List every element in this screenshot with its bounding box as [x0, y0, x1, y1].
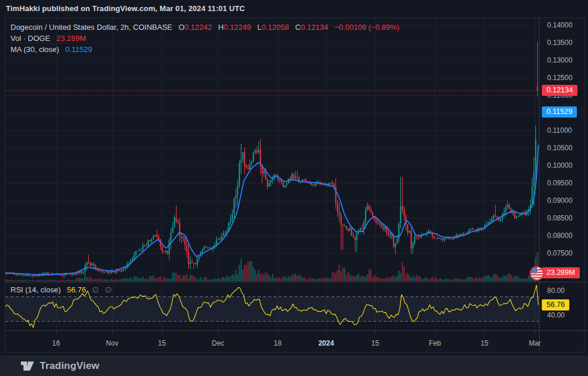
ohlc-high-value: 0.12249 [224, 23, 251, 32]
candles [6, 42, 538, 278]
ma-value: 0.11529 [65, 45, 92, 54]
ma-label: MA (30, close) [11, 45, 59, 54]
price-axis-tick: 80.00 [547, 286, 565, 295]
ohlc-high-key: H [218, 23, 223, 32]
price-axis-tick: 0.08000 [547, 231, 572, 240]
price-axis-tick: 0.13500 [547, 38, 572, 47]
volume-legend-row[interactable]: Vol · DOGE 23.289M [11, 33, 399, 44]
ohlc-close-value: 0.12134 [300, 23, 328, 32]
ohlc-close-key: C [295, 23, 300, 32]
time-axis-tick: 18 [274, 339, 281, 347]
price-axis-tick: 0.09500 [547, 178, 572, 188]
price-axis-tick: 0.08500 [547, 213, 572, 223]
time-axis-tick: 2024 [319, 339, 334, 347]
footer-bar: TradingView [0, 356, 588, 376]
price-axis-tick: 0.14000 [547, 20, 572, 30]
rsi-value-label: 56.76 [542, 299, 569, 311]
tradingview-snapshot: TimHakki published on TradingView.com, M… [0, 0, 588, 376]
time-axis-tick: 15 [480, 339, 488, 347]
price-change: −0.00109 (−0.89%) [334, 23, 399, 32]
ma-line [5, 145, 538, 275]
rsi-label: RSI (14, close) [11, 285, 61, 294]
price-axis-tick: 0.11000 [547, 126, 572, 135]
price-axis-tick: 0.10500 [547, 143, 572, 153]
rsi-empty-marker-2: ∅ [105, 285, 112, 294]
price-axis-tick: 0.13000 [547, 56, 572, 65]
time-axis-tick: Dec [212, 339, 224, 347]
ohlc-low-value: 0.12058 [261, 23, 289, 32]
last-price-label: 0.12134 [542, 85, 577, 96]
tradingview-logo-icon [20, 360, 34, 372]
ohlc-open-key: O [178, 23, 184, 32]
volume-label: Vol · DOGE [11, 34, 50, 43]
symbol-legend-row-main[interactable]: Dogecoin / United States Dollar, 2h, COI… [11, 22, 399, 33]
volume-value-label: 23.289M [542, 267, 580, 278]
time-axis-tick: Feb [429, 339, 441, 347]
usd-flag-icon [529, 265, 545, 281]
price-axis-tick: 0.12500 [547, 73, 572, 82]
symbol-title[interactable]: Dogecoin / United States Dollar, 2h, COI… [11, 23, 172, 32]
volume-value: 23.289M [57, 34, 87, 43]
price-axis-tick: 40.00 [547, 311, 565, 320]
time-axis-tick: Nov [106, 339, 118, 347]
rsi-legend[interactable]: RSI (14, close) 56.76 ∅ ∅ [11, 285, 112, 294]
price-chart-canvas[interactable] [0, 0, 588, 376]
rsi-empty-marker-1: ∅ [92, 285, 99, 294]
ohlc-open-value: 0.12242 [185, 23, 212, 32]
rsi-value: 56.76 [67, 285, 87, 294]
time-axis-tick: 15 [158, 339, 165, 347]
footer-brand-text[interactable]: TradingView [40, 360, 99, 372]
time-axis-tick: 16 [52, 339, 60, 347]
ma-value-label: 0.11529 [542, 106, 577, 118]
price-axis-tick: 0.07500 [547, 249, 572, 258]
ma-legend-row[interactable]: MA (30, close) 0.11529 [11, 44, 399, 55]
symbol-legend: Dogecoin / United States Dollar, 2h, COI… [11, 22, 399, 55]
time-axis-tick: 15 [371, 339, 379, 347]
price-axis-tick: 0.09000 [547, 196, 572, 205]
price-axis-tick: 0.10000 [547, 161, 572, 170]
time-axis-tick: Mar [529, 339, 541, 347]
